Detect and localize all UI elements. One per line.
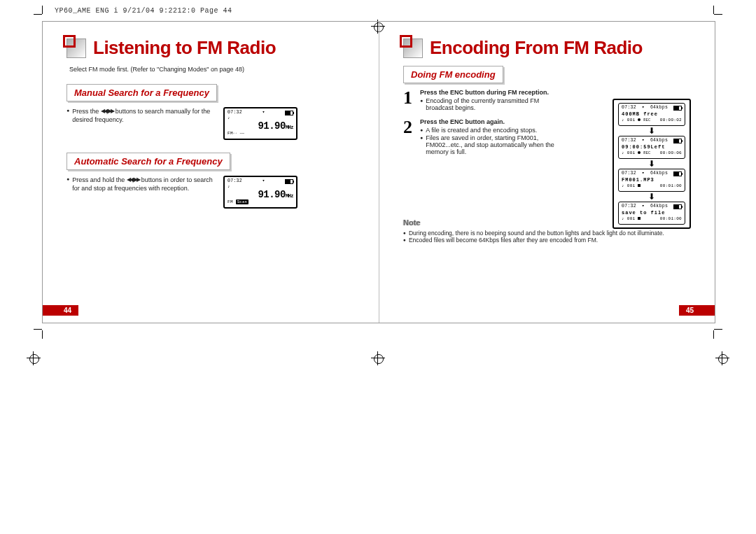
step-2: 2 Press the ENC button again. A file is … xyxy=(403,118,564,155)
step-heading: Press the ENC button again. xyxy=(420,118,564,125)
lcd-screen: 07:32▾64kbps FM001.MP3 ♪ 001 00:01:00 xyxy=(618,169,685,192)
lcd-screen: 07:32▾64kbps 09:00:59Left ♪ 001 REC00:00… xyxy=(618,136,685,159)
title-ornament-icon xyxy=(66,38,86,58)
record-icon xyxy=(638,118,640,121)
crop-mark xyxy=(42,6,43,14)
page-number: 45 xyxy=(679,305,715,316)
step-1: 1 Press the ENC button during FM recepti… xyxy=(403,89,564,111)
stop-icon xyxy=(638,184,640,187)
down-arrow-icon: ⬇ xyxy=(648,129,655,133)
lcd-stack: 07:32▾64kbps 400MB free ♪ 001 REC00:00:0… xyxy=(612,99,691,229)
battery-icon xyxy=(673,204,682,209)
registration-mark xyxy=(27,351,41,365)
body-text: Press and hold the ◀◀,▶▶ buttons in orde… xyxy=(66,176,214,194)
print-header: YP60_AME ENG i 9/21/04 9:2212:0 Page 44 xyxy=(55,7,232,15)
battery-icon xyxy=(673,106,682,111)
page-number: 44 xyxy=(43,305,78,316)
step-number: 1 xyxy=(403,89,416,111)
battery-icon xyxy=(673,171,682,176)
page-left: Listening to FM Radio Select FM mode fir… xyxy=(43,22,379,323)
crop-mark xyxy=(713,6,714,14)
subheading-fm-encoding: Doing FM encoding xyxy=(403,66,503,83)
subheading-auto-search: Automatic Search for a Frequency xyxy=(66,153,230,170)
record-icon xyxy=(638,151,640,154)
page-title: Encoding From FM Radio xyxy=(430,37,643,59)
stop-icon xyxy=(638,217,640,220)
step-heading: Press the ENC button during FM reception… xyxy=(420,89,564,96)
down-arrow-icon: ⬇ xyxy=(648,162,655,166)
crop-mark xyxy=(34,14,42,15)
lcd-screen: 07:32▾ ♪ 91.90MHz FM Scan xyxy=(223,176,298,209)
battery-icon xyxy=(673,139,682,143)
step-number: 2 xyxy=(403,118,416,155)
registration-mark xyxy=(371,351,385,365)
registration-mark xyxy=(715,351,729,365)
crop-mark xyxy=(34,329,42,330)
battery-icon xyxy=(285,179,293,184)
down-arrow-icon: ⬇ xyxy=(648,195,655,199)
crop-mark xyxy=(713,330,714,339)
crop-mark xyxy=(714,329,722,330)
page-spread: Listening to FM Radio Select FM mode fir… xyxy=(42,21,715,323)
subheading-manual-search: Manual Search for a Frequency xyxy=(66,84,217,101)
rewind-icon: ◀◀ xyxy=(127,176,132,184)
title-ornament-icon xyxy=(403,38,423,58)
lcd-screen: 07:32▾ ♪ 91.90MHz FM◦◦ —— xyxy=(223,107,298,140)
lcd-screen: 07:32▾64kbps 400MB free ♪ 001 REC00:00:0… xyxy=(618,103,685,126)
lcd-screen: 07:32▾64kbps save to file ♪ 001 00:01:00 xyxy=(618,202,685,225)
page-right: Encoding From FM Radio Doing FM encoding… xyxy=(379,22,715,323)
crop-mark xyxy=(714,14,722,15)
crop-mark xyxy=(42,330,43,339)
battery-icon xyxy=(285,111,293,115)
intro-text: Select FM mode first. (Refer to "Changin… xyxy=(69,66,355,73)
rewind-icon: ◀◀ xyxy=(101,108,106,115)
body-text: Press the ◀◀,▶▶ buttons to search manual… xyxy=(66,107,214,125)
page-title: Listening to FM Radio xyxy=(93,37,276,59)
note-list: During encoding, there is no beeping sou… xyxy=(403,230,691,244)
